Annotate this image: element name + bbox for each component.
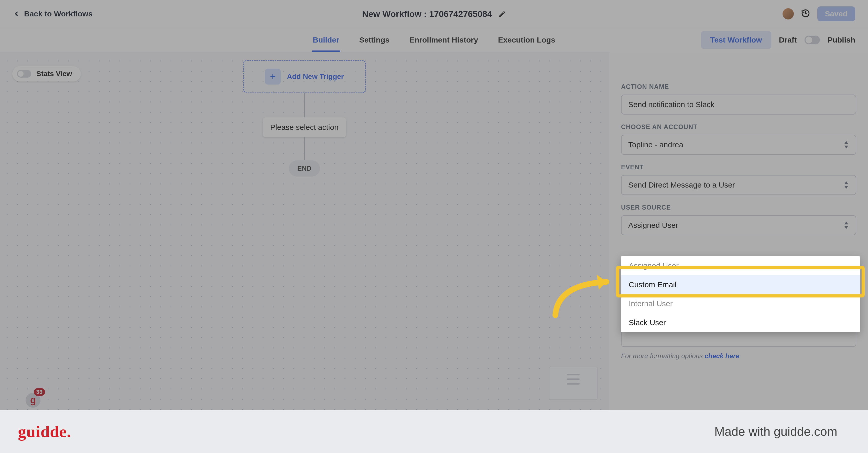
stats-view-label: Stats View: [36, 70, 72, 78]
footer: guidde. Made with guidde.com: [0, 410, 868, 453]
test-workflow-button[interactable]: Test Workflow: [701, 31, 771, 49]
guidde-badge[interactable]: g 33: [26, 390, 43, 408]
made-with-text: Made with guidde.com: [714, 425, 837, 438]
add-new-trigger[interactable]: Add New Trigger: [243, 60, 366, 93]
draft-label: Draft: [779, 36, 797, 44]
mini-map[interactable]: [549, 367, 597, 400]
action-name-value: Send notification to Slack: [628, 100, 714, 109]
account-label: CHOOSE AN ACCOUNT: [621, 123, 856, 131]
top-header: Back to Workflows New Workflow : 1706742…: [0, 0, 868, 28]
select-arrows-icon: [843, 181, 849, 189]
guidde-logo: guidde.: [18, 422, 71, 441]
tab-execution-logs[interactable]: Execution Logs: [497, 28, 556, 52]
user-source-option-internal-user[interactable]: Internal User: [621, 294, 860, 313]
history-button[interactable]: [801, 9, 810, 19]
user-source-value: Assigned User: [628, 221, 678, 230]
svg-marker-7: [844, 226, 848, 229]
connector-line: [304, 93, 305, 117]
action-panel: ACTION NAME Send notification to Slack C…: [609, 52, 868, 410]
user-source-dropdown: Assigned User Custom Email Internal User…: [621, 256, 860, 332]
tab-enrollment-history[interactable]: Enrollment History: [408, 28, 479, 52]
connector-line: [304, 137, 305, 160]
stats-toggle-switch[interactable]: [17, 70, 31, 78]
notification-count: 33: [34, 388, 45, 396]
svg-marker-3: [844, 145, 848, 148]
add-trigger-plus: [265, 69, 281, 85]
account-value: Topline - andrea: [628, 140, 683, 149]
action-name-label: ACTION NAME: [621, 83, 856, 90]
chevron-left-icon: [13, 10, 20, 18]
user-source-label: USER SOURCE: [621, 204, 856, 211]
workflow-title: New Workflow : 1706742765084: [362, 9, 506, 19]
add-trigger-label: Add New Trigger: [287, 73, 344, 81]
history-icon: [801, 9, 810, 18]
user-source-option-custom-email[interactable]: Custom Email: [621, 275, 860, 294]
pencil-icon: [498, 10, 506, 18]
event-label: EVENT: [621, 164, 856, 171]
svg-marker-4: [844, 181, 848, 184]
builder-canvas[interactable]: Stats View Add New Trigger Please select…: [0, 52, 609, 410]
action-name-input[interactable]: Send notification to Slack: [621, 94, 856, 115]
publish-label: Publish: [828, 36, 855, 44]
formatting-help: For more formatting options check here: [621, 352, 856, 360]
select-arrows-icon: [843, 221, 849, 229]
back-label: Back to Workflows: [24, 9, 93, 18]
event-select[interactable]: Send Direct Message to a User: [621, 175, 856, 195]
end-node: END: [289, 161, 320, 176]
select-action-node[interactable]: Please select action: [262, 117, 346, 137]
edit-title-button[interactable]: [498, 10, 506, 18]
avatar[interactable]: [782, 8, 794, 20]
user-source-option-assigned-user[interactable]: Assigned User: [621, 256, 860, 275]
publish-toggle[interactable]: [805, 36, 820, 44]
tab-settings[interactable]: Settings: [358, 28, 391, 52]
event-value: Send Direct Message to a User: [628, 181, 735, 189]
plus-icon: [269, 73, 276, 80]
account-select[interactable]: Topline - andrea: [621, 135, 856, 155]
svg-marker-6: [844, 222, 848, 224]
tab-bar: Builder Settings Enrollment History Exec…: [0, 28, 868, 52]
workflow-title-text: New Workflow : 1706742765084: [362, 9, 492, 19]
select-arrows-icon: [843, 141, 849, 149]
svg-marker-5: [844, 186, 848, 189]
user-source-select[interactable]: Assigned User: [621, 215, 856, 235]
stats-view-toggle[interactable]: Stats View: [12, 66, 81, 82]
svg-marker-2: [844, 141, 848, 144]
user-source-option-slack-user[interactable]: Slack User: [621, 313, 860, 332]
saved-button[interactable]: Saved: [817, 6, 855, 21]
tab-builder[interactable]: Builder: [312, 28, 340, 52]
back-button[interactable]: Back to Workflows: [13, 9, 93, 18]
check-here-link[interactable]: check here: [705, 352, 740, 360]
